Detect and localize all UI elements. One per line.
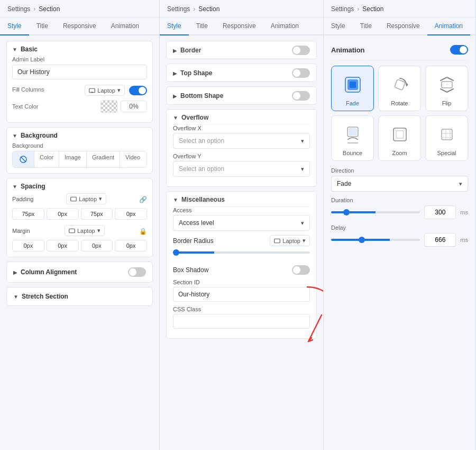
- box-shadow-row: Box Shadow: [173, 261, 310, 279]
- right-breadcrumb-settings[interactable]: Settings: [331, 5, 354, 13]
- padding-top[interactable]: [12, 208, 44, 220]
- anim-card-flip[interactable]: Flip: [425, 66, 468, 111]
- margin-bottom[interactable]: [81, 240, 113, 251]
- tab-animation-mid[interactable]: Animation: [263, 17, 306, 35]
- right-panel: Settings › Section Style Title Responsiv…: [324, 0, 476, 450]
- text-color-opacity[interactable]: [121, 101, 147, 112]
- svg-marker-11: [406, 83, 408, 87]
- tab-responsive-mid[interactable]: Responsive: [215, 17, 263, 35]
- background-header[interactable]: ▼ Background: [12, 128, 147, 142]
- box-shadow-toggle[interactable]: [292, 265, 310, 275]
- middle-breadcrumb: Settings › Section: [160, 0, 323, 17]
- bg-tab-image[interactable]: Image: [59, 151, 87, 167]
- stretch-label: Stretch Section: [22, 293, 68, 300]
- animation-toggle[interactable]: [450, 45, 468, 55]
- bottom-shape-toggle[interactable]: [292, 91, 310, 101]
- border-radius-slider-row: [173, 248, 310, 257]
- animation-grid: Fade Rotate: [331, 66, 468, 161]
- margin-lock-icon[interactable]: 🔒: [139, 228, 147, 235]
- border-toggle[interactable]: [292, 46, 310, 55]
- margin-label: Margin: [12, 228, 30, 234]
- misc-arrow: ▼: [173, 197, 178, 203]
- mid-breadcrumb-section: Section: [198, 5, 219, 13]
- tab-title-left[interactable]: Title: [29, 17, 56, 35]
- padding-right[interactable]: [47, 208, 79, 220]
- delay-input[interactable]: [424, 233, 456, 247]
- duration-slider[interactable]: [331, 211, 420, 213]
- col-align-toggle[interactable]: [128, 267, 146, 277]
- overflow-x-dropdown[interactable]: Select an option ▾: [173, 133, 310, 149]
- device-caret: ▾: [117, 87, 121, 94]
- overflow-y-dropdown[interactable]: Select an option ▾: [173, 161, 310, 177]
- anim-card-special[interactable]: Special: [425, 115, 468, 161]
- anim-card-bounce[interactable]: Bounce: [331, 115, 374, 161]
- tab-title-mid[interactable]: Title: [189, 17, 215, 35]
- padding-bottom[interactable]: [81, 208, 113, 220]
- border-radius-device-label: Laptop: [282, 238, 300, 244]
- padding-device[interactable]: Laptop ▾: [66, 193, 106, 204]
- access-dropdown[interactable]: Access level ▾: [173, 215, 310, 231]
- border-radius-slider[interactable]: [173, 251, 310, 254]
- direction-dropdown[interactable]: Fade ▾: [331, 176, 468, 192]
- tab-style-right[interactable]: Style: [324, 17, 353, 35]
- margin-top[interactable]: [12, 240, 44, 251]
- spacing-header[interactable]: ▼ Spacing: [12, 178, 147, 193]
- admin-label-input[interactable]: [12, 65, 147, 79]
- border-radius-device[interactable]: Laptop ▾: [270, 235, 310, 246]
- margin-left[interactable]: [115, 240, 147, 251]
- zoom-icon: [387, 121, 413, 148]
- bg-tab-video[interactable]: Video: [120, 151, 145, 167]
- bg-tab-color[interactable]: Color: [34, 151, 59, 167]
- margin-right[interactable]: [47, 240, 79, 251]
- bottom-shape-header: ▶ Bottom Shape: [173, 87, 310, 104]
- padding-link-icon[interactable]: 🔗: [139, 196, 147, 203]
- fill-columns-device[interactable]: Laptop ▾: [85, 85, 125, 96]
- spacing-section: ▼ Spacing Padding Laptop ▾ 🔗: [6, 178, 153, 257]
- overflow-y-label: Overflow Y: [173, 153, 310, 159]
- tab-responsive-left[interactable]: Responsive: [56, 17, 104, 35]
- flip-icon: [434, 71, 460, 98]
- access-caret: ▾: [301, 220, 304, 227]
- spacing-label: Spacing: [21, 183, 45, 190]
- duration-label: Duration: [331, 197, 468, 203]
- fill-columns-toggle[interactable]: [129, 86, 147, 95]
- breadcrumb-settings[interactable]: Settings: [7, 5, 30, 13]
- bg-tab-none[interactable]: [13, 151, 34, 167]
- basic-header[interactable]: ▼ Basic: [12, 41, 147, 56]
- duration-controls: ms: [331, 205, 468, 219]
- misc-label: Miscellaneous: [181, 196, 225, 203]
- tab-style-mid[interactable]: Style: [160, 17, 189, 35]
- overflow-arrow: ▼: [173, 115, 178, 121]
- overflow-x-label: Overflow X: [173, 125, 310, 131]
- section-id-input[interactable]: [173, 287, 310, 302]
- basic-arrow: ▼: [12, 47, 17, 52]
- anim-card-rotate[interactable]: Rotate: [378, 66, 421, 111]
- text-color-swatch[interactable]: [100, 100, 117, 113]
- tab-animation-right[interactable]: Animation: [427, 17, 470, 35]
- direction-value: Fade: [337, 180, 351, 187]
- bg-tab-gradient[interactable]: Gradient: [87, 151, 120, 167]
- anim-card-zoom[interactable]: Zoom: [378, 115, 421, 161]
- top-shape-toggle[interactable]: [292, 68, 310, 78]
- border-radius-caret: ▾: [303, 237, 306, 244]
- tab-responsive-right[interactable]: Responsive: [379, 17, 427, 35]
- duration-unit: ms: [460, 209, 468, 215]
- mid-breadcrumb-settings[interactable]: Settings: [167, 5, 190, 13]
- rotate-icon: [387, 71, 413, 98]
- svg-rect-10: [350, 82, 356, 88]
- margin-device[interactable]: Laptop ▾: [65, 225, 105, 236]
- tab-title-right[interactable]: Title: [353, 17, 379, 35]
- margin-caret: ▾: [97, 227, 100, 234]
- tab-animation-left[interactable]: Animation: [104, 17, 147, 35]
- padding-group: Padding Laptop ▾ 🔗: [12, 193, 147, 220]
- anim-card-fade[interactable]: Fade: [331, 66, 374, 111]
- css-class-input[interactable]: [173, 314, 310, 329]
- overflow-y-caret: ▾: [301, 166, 304, 173]
- right-tabs: Style Title Responsive Animation: [324, 17, 475, 35]
- flip-label: Flip: [442, 100, 452, 106]
- duration-input[interactable]: [424, 205, 456, 219]
- tab-style-left[interactable]: Style: [0, 17, 29, 35]
- padding-left[interactable]: [115, 208, 147, 220]
- delay-slider[interactable]: [331, 239, 420, 241]
- col-align-label: Column Alignment: [21, 268, 77, 276]
